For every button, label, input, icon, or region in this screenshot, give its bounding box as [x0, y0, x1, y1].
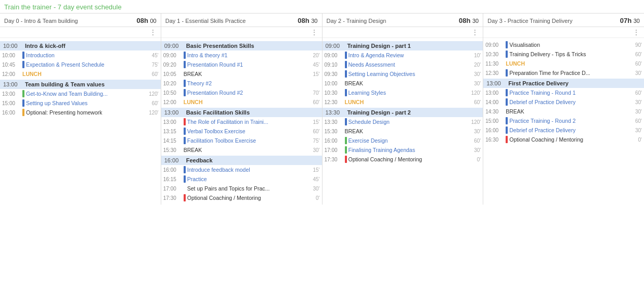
day-body-day3: 09:00Visualisation90'10:30Training Deliv… — [483, 38, 644, 146]
section-label: First Practice Delivery — [508, 80, 569, 86]
event-label: Learning Styles — [349, 90, 468, 96]
section-label: Basic Facilitation Skills — [186, 109, 250, 116]
section-header: 13:00Basic Facilitation Skills — [161, 108, 322, 117]
event-time: 14:30 — [485, 109, 504, 115]
event-bar — [184, 128, 186, 135]
event-time: 12:30 — [485, 70, 504, 76]
event-bar — [506, 41, 508, 48]
event-label: Expectation & Present Schedule — [26, 61, 146, 68]
lunch-row: 12:00LUNCH60' — [161, 97, 322, 107]
event-duration: 20' — [308, 53, 320, 58]
event-time: 13:30 — [325, 119, 343, 125]
event-row: 09:00Intro & theory #120' — [161, 50, 322, 60]
event-bar — [184, 80, 186, 87]
event-duration: 60' — [630, 90, 642, 96]
event-bar — [506, 69, 508, 77]
event-time: 16:00 — [485, 128, 504, 133]
day-name: Day 2 - Training Design — [327, 18, 387, 24]
lunch-row: 12:30LUNCH60' — [323, 97, 483, 107]
event-row: 09:30Setting Learning Objectives30' — [323, 69, 483, 79]
event-time: 10:00 — [325, 81, 343, 86]
event-time: 10:30 — [325, 90, 343, 96]
event-time: 14:00 — [485, 99, 504, 105]
event-bar — [345, 146, 347, 154]
event-bar — [345, 156, 347, 163]
section-time: 13:30 — [326, 109, 344, 116]
section-time: 13:00 — [486, 80, 505, 86]
section-time: 16:00 — [164, 157, 183, 163]
event-time: 10:00 — [2, 53, 21, 58]
lunch-label: LUNCH — [345, 99, 468, 105]
day-body-day2: 09:00Training Design - part 109:00Intro … — [323, 38, 483, 166]
event-duration: 30' — [469, 81, 481, 86]
event-time: 13:00 — [163, 119, 182, 125]
more-icon[interactable]: ⋮ — [149, 28, 157, 36]
solo-time: 17:30 — [163, 195, 182, 201]
more-icon[interactable]: ⋮ — [633, 28, 640, 36]
event-label: Facilitation Toolbox Exercise — [187, 137, 307, 144]
event-row: 15:00Practice Training - Round 260' — [483, 116, 644, 125]
event-time: 17:00 — [325, 147, 343, 153]
lunch-time: 12:00 — [2, 71, 21, 77]
section-time: 09:00 — [326, 43, 344, 49]
day-name: Day 0 - Intro & Team building — [4, 18, 78, 24]
day-column-day0: Day 0 - Intro & Team building 08h 00 ⋮10… — [0, 14, 161, 205]
section-time: 09:00 — [164, 43, 183, 49]
lunch-duration: 60' — [147, 71, 159, 77]
more-icon[interactable]: ⋮ — [471, 28, 479, 36]
day-name: Day 3 - Practice Training Delivery — [487, 18, 572, 24]
event-bar — [345, 137, 347, 144]
section-header: 09:00Training Design - part 1 — [323, 41, 483, 50]
more-icon[interactable]: ⋮ — [311, 28, 318, 36]
day-column-day2: Day 2 - Training Design 08h 30 ⋮09:00Tra… — [323, 14, 484, 205]
event-row: 09:10Needs Assessment20' — [323, 60, 483, 69]
lunch-duration: 60' — [308, 99, 320, 105]
event-duration: 60' — [308, 129, 320, 134]
section-time: 10:00 — [3, 43, 22, 49]
day-total-time: 08h 30 — [459, 17, 479, 24]
solo-time: 16:00 — [2, 110, 21, 116]
schedule-grid: Day 0 - Intro & Team building 08h 00 ⋮10… — [0, 13, 644, 205]
event-row: 10:30Training Delivery - Tips & Tricks60… — [483, 49, 644, 59]
day-column-day1: Day 1 - Essential Skills Practice 08h 30… — [161, 14, 323, 205]
event-bar — [184, 89, 186, 96]
event-duration: 60' — [469, 138, 481, 144]
event-time: 15:00 — [485, 118, 504, 124]
event-label: Get-to-Know and Team Building... — [26, 91, 146, 97]
event-duration: 45' — [147, 53, 159, 58]
event-time: 10:45 — [2, 62, 21, 68]
event-row: 10:00Introduction45' — [0, 50, 161, 60]
event-row: 10:30Learning Styles120' — [323, 88, 483, 97]
lunch-label: LUNCH — [22, 71, 146, 77]
day-body-day0: 10:00Intro & kick-off10:00Introduction45… — [0, 38, 161, 119]
event-time: 09:00 — [163, 53, 182, 58]
event-duration: 30' — [469, 129, 481, 134]
event-duration: 30' — [630, 109, 642, 115]
event-row: 13:15Verbal Toolbox Exercise60' — [161, 126, 322, 136]
lunch-duration: 60' — [630, 61, 642, 67]
event-bar — [184, 194, 186, 201]
event-duration: 10' — [469, 53, 481, 58]
event-label: Practice — [187, 176, 307, 182]
event-row: 09:00Visualisation90' — [483, 40, 644, 49]
event-label: Verbal Toolbox Exercise — [187, 128, 307, 134]
break-row: 15:30BREAK30' — [161, 145, 322, 155]
event-label: Theory #2 — [187, 80, 307, 86]
event-duration: 75' — [308, 138, 320, 144]
solo-label: Optional Coaching / Mentoring — [187, 195, 307, 201]
lunch-row: 12:00LUNCH60' — [0, 69, 161, 79]
event-label: Practice Training - Round 2 — [509, 118, 629, 124]
event-row: 16:00Introduce feedback model15' — [161, 165, 322, 174]
event-duration: 45' — [308, 62, 320, 68]
section-header: 13:30Training Design - part 2 — [323, 108, 483, 117]
section-label: Team building & Team values — [25, 81, 105, 87]
solo-event-row: 17:30Optional Coaching / Mentoring0' — [161, 193, 322, 202]
event-bar — [506, 126, 508, 134]
event-label: Finalising Training Agendas — [349, 147, 468, 153]
event-time: 16:00 — [163, 167, 182, 173]
solo-label: Set up Pairs and Topics for Prac... — [187, 185, 307, 192]
event-bar — [184, 118, 186, 125]
event-duration: 75' — [147, 62, 159, 68]
event-duration: 120' — [469, 119, 481, 125]
event-time: 13:00 — [485, 90, 504, 96]
